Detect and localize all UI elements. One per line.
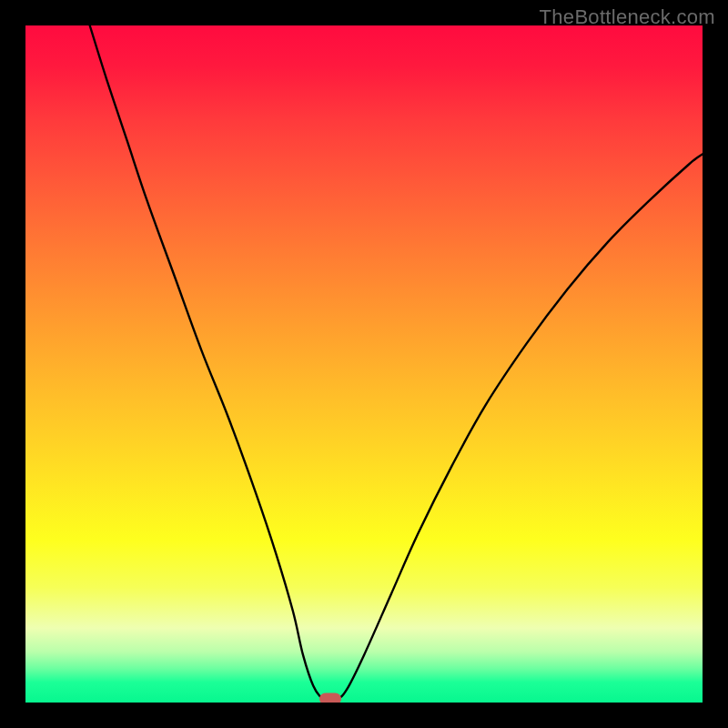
- chart-svg: [25, 25, 703, 703]
- bottleneck-curve: [90, 25, 703, 701]
- plot-area: [25, 25, 703, 703]
- optimal-marker: [319, 693, 341, 703]
- watermark-text: TheBottleneck.com: [540, 5, 715, 29]
